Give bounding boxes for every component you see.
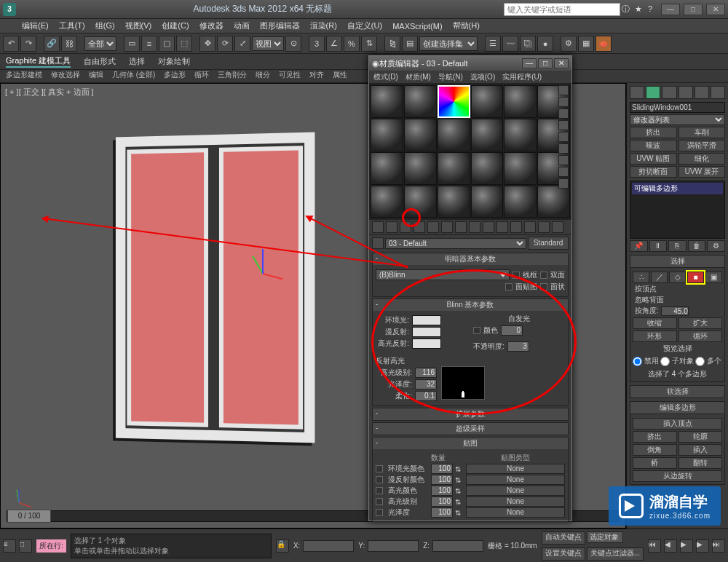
- mat-tool-btn[interactable]: [552, 221, 563, 233]
- material-slot[interactable]: [471, 85, 504, 118]
- menu-item[interactable]: 编辑(E): [22, 20, 49, 31]
- subbar-item[interactable]: 可见性: [279, 70, 301, 82]
- soften-spinner[interactable]: 0.1: [415, 391, 437, 401]
- transform-gizmo[interactable]: [248, 258, 277, 288]
- display-tab[interactable]: [695, 86, 709, 99]
- selfillum-spinner[interactable]: 0: [501, 325, 523, 336]
- material-slot[interactable]: [371, 186, 403, 218]
- btn-extrude[interactable]: 挤出: [630, 127, 677, 138]
- material-slot[interactable]: [438, 152, 470, 185]
- twoside-check[interactable]: [540, 272, 547, 279]
- viewport-label[interactable]: [ + ][ 正交 ][ 真实 + 边面 ]: [5, 87, 94, 98]
- layers-button[interactable]: ☰: [485, 36, 501, 52]
- by-vertex-check[interactable]: 按顶点: [633, 284, 722, 294]
- selection-rollout-hdr[interactable]: 选择: [630, 255, 725, 268]
- ribbon-tab[interactable]: Graphite 建模工具: [6, 55, 71, 68]
- material-slot[interactable]: [404, 152, 437, 185]
- flip-btn[interactable]: 翻转: [678, 457, 723, 469]
- mat-tool-btn[interactable]: [386, 221, 397, 233]
- mat-side-btn[interactable]: [558, 108, 569, 119]
- mat-tool-btn[interactable]: [510, 221, 522, 233]
- pin-stack[interactable]: 📌: [630, 240, 648, 252]
- mat-tool-btn[interactable]: [400, 221, 411, 233]
- subbar-item[interactable]: 多边形建模: [6, 70, 42, 82]
- menu-item[interactable]: 渲染(R): [310, 20, 337, 31]
- subbar-item[interactable]: 对齐: [309, 70, 324, 82]
- subbar-item[interactable]: 循环: [194, 70, 209, 82]
- material-slot[interactable]: [504, 152, 537, 185]
- map-amount[interactable]: 100: [431, 507, 453, 518]
- material-slot[interactable]: [471, 186, 504, 218]
- object-name-input[interactable]: [630, 102, 725, 113]
- select-region-button[interactable]: ▢: [159, 36, 175, 52]
- material-slot[interactable]: [438, 186, 470, 218]
- play-next-btn[interactable]: ▶: [696, 539, 709, 553]
- ignore-back-check[interactable]: 忽略背面: [633, 295, 722, 305]
- ribbon-tab[interactable]: 对象绘制: [158, 56, 190, 67]
- setkey-btn[interactable]: 设置关键点: [542, 547, 585, 561]
- link-button[interactable]: 🔗: [44, 36, 60, 52]
- ss-rollout-hdr[interactable]: 超级采样: [373, 423, 568, 435]
- material-slot[interactable]: [471, 119, 504, 151]
- mirror-button[interactable]: ⧎: [384, 36, 400, 52]
- x-coord[interactable]: [303, 540, 354, 552]
- specular-swatch[interactable]: [412, 339, 441, 349]
- mat-tool-btn[interactable]: [372, 221, 384, 233]
- ext-rollout-hdr[interactable]: 扩展参数: [373, 408, 568, 420]
- material-slot[interactable]: [438, 85, 470, 118]
- ring-btn[interactable]: 环形: [633, 331, 677, 342]
- loop-btn[interactable]: 循环: [678, 331, 723, 342]
- remove-mod[interactable]: 🗑: [688, 240, 706, 252]
- mat-menu-item[interactable]: 导航(N): [438, 72, 463, 82]
- material-slot[interactable]: [504, 119, 537, 151]
- mat-side-btn[interactable]: [558, 143, 569, 154]
- render-button[interactable]: 🫖: [596, 36, 612, 52]
- filter-select[interactable]: 全部: [84, 36, 116, 51]
- material-slot[interactable]: [404, 186, 437, 218]
- map-slot-btn[interactable]: None: [466, 486, 565, 496]
- by-angle-input[interactable]: [661, 306, 689, 316]
- so-polygon[interactable]: ■: [687, 272, 704, 283]
- refcoord-select[interactable]: 视图: [252, 36, 284, 51]
- mat-menu-item[interactable]: 实用程序(U): [502, 72, 542, 82]
- window-crossing-button[interactable]: ⬚: [176, 36, 192, 52]
- align-button[interactable]: ▤: [402, 36, 418, 52]
- mat-side-btn[interactable]: [558, 132, 569, 142]
- btn-lathe[interactable]: 车削: [678, 127, 726, 138]
- mat-menu-item[interactable]: 材质(M): [405, 72, 431, 82]
- help-search-input[interactable]: [504, 3, 620, 16]
- scale-button[interactable]: ⤢: [234, 36, 250, 52]
- ribbon-tab[interactable]: 选择: [129, 56, 145, 67]
- menu-item[interactable]: 图形编辑器: [260, 20, 300, 31]
- material-slot[interactable]: [504, 186, 537, 218]
- menu-item[interactable]: 视图(V): [125, 20, 152, 31]
- insert-vertex-btn[interactable]: 插入顶点: [633, 418, 722, 430]
- modify-tab[interactable]: [646, 86, 660, 99]
- play-end-btn[interactable]: ⏭: [712, 539, 725, 553]
- bridge-btn[interactable]: 桥: [633, 457, 677, 469]
- outline-btn[interactable]: 轮廓: [678, 431, 723, 443]
- opacity-spinner[interactable]: 3: [507, 341, 529, 352]
- map-slot-btn[interactable]: None: [466, 464, 565, 474]
- menu-item[interactable]: MAXScript(M): [392, 22, 442, 31]
- keyfilters-btn[interactable]: 关键点过滤器...: [587, 547, 644, 561]
- mat-tool-btn[interactable]: [414, 221, 425, 233]
- material-slot[interactable]: [504, 85, 537, 118]
- btn-tessellate[interactable]: 细化: [678, 153, 726, 165]
- mat-side-btn[interactable]: [558, 155, 569, 165]
- maxscript-btn[interactable]: ≡: [3, 539, 16, 553]
- mat-tool-btn[interactable]: [538, 221, 550, 233]
- unlink-button[interactable]: ⛓: [61, 36, 77, 52]
- listener-btn[interactable]: □: [19, 539, 32, 553]
- faceted-check[interactable]: [540, 283, 547, 290]
- menu-item[interactable]: 帮助(H): [453, 20, 480, 31]
- maximize-button[interactable]: □: [684, 4, 703, 15]
- model-window[interactable]: [116, 132, 315, 443]
- mat-min[interactable]: —: [522, 58, 537, 68]
- extrude-btn[interactable]: 挤出: [633, 431, 677, 443]
- move-button[interactable]: ✥: [199, 36, 215, 52]
- subbar-item[interactable]: 修改选择: [51, 70, 80, 82]
- mat-tool-btn[interactable]: [469, 221, 480, 233]
- maps-rollout-hdr[interactable]: 贴图: [373, 438, 568, 449]
- hierarchy-tab[interactable]: [662, 86, 676, 99]
